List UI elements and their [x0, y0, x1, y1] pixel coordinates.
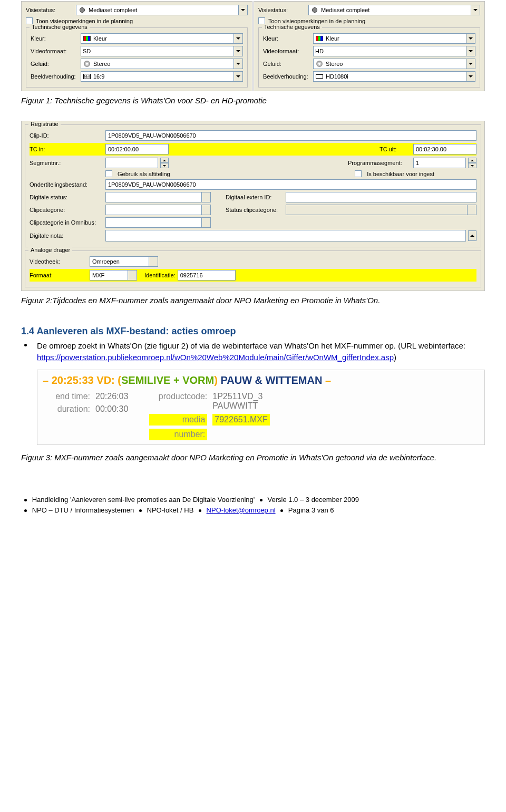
programmasegment-input[interactable]: 1: [413, 158, 466, 168]
clip-id-value: 1P0809VD5_PAU-WON00506670: [108, 132, 196, 139]
visiestatus-select[interactable]: Mediaset compleet: [308, 5, 480, 15]
programmasegment-label: Programmasegment:: [348, 160, 411, 166]
ratio-icon: 16:9: [83, 73, 91, 80]
beeldverhouding-select[interactable]: 16:9 16:9: [81, 71, 243, 82]
cd-icon: [83, 60, 91, 67]
footer-dot-icon: [280, 509, 283, 512]
productcode-label: productcode:: [149, 392, 207, 411]
dash-icon: –: [43, 374, 48, 386]
programmasegment-value: 1: [416, 160, 419, 166]
media-label-text: media: [182, 415, 206, 424]
footer-email-link[interactable]: NPO-loket@omroep.nl: [207, 506, 276, 514]
aftiteling-checkbox[interactable]: [105, 170, 112, 177]
status-clipcategorie-label: Status clipcategorie:: [226, 207, 284, 213]
videotheek-label: Videotheek:: [30, 258, 87, 265]
rect-icon: [315, 73, 324, 80]
ondertiteling-label: Ondertitelingsbestand:: [30, 181, 103, 188]
videoformaat-label: Videoformaat:: [31, 48, 81, 54]
planning-checkbox-label: Toon visieopmerkingen in de planning: [268, 18, 365, 24]
footer-dot-icon: [24, 509, 27, 512]
tc-uit-value: 00:02:30.00: [416, 146, 446, 152]
identificatie-input[interactable]: 0925716: [178, 270, 236, 281]
media-value: 7922651.MXF: [212, 414, 270, 426]
geluid-select[interactable]: Stereo: [313, 59, 475, 69]
footer-page: Pagina 3 van 6: [288, 506, 334, 514]
geluid-select[interactable]: Stereo: [81, 59, 243, 69]
clipcategorie-omnibus-select[interactable]: [105, 217, 211, 228]
planning-checkbox-label: Toon visieopmerkingen in de planning: [36, 18, 133, 24]
segmentnr-spinner[interactable]: [160, 158, 169, 168]
figure-3-caption: Figuur 3: MXF-nummer zoals aangemaakt do…: [21, 452, 485, 463]
digitale-nota-input[interactable]: [105, 230, 466, 241]
end-time-value: 20:26:03: [95, 392, 128, 401]
kleur-label: Kleur:: [31, 35, 81, 42]
kleur-value: Kleur: [326, 35, 339, 42]
visiestatus-select[interactable]: Mediaset compleet: [76, 5, 248, 15]
giffer-close: ): [214, 374, 218, 386]
kleur-select[interactable]: Kleur: [313, 33, 475, 44]
visiestatus-label: Visiestatus:: [26, 7, 76, 13]
beeldverhouding-value: 16:9: [93, 73, 104, 80]
footer-dept: NPO-loket / HB: [147, 506, 194, 514]
giffer-time: 20:25:33: [52, 374, 94, 386]
bullet-dot-icon: [24, 344, 27, 346]
scroll-up-icon[interactable]: [468, 230, 476, 241]
section-title: Aanleveren als MXF-bestand: acties omroe…: [36, 326, 236, 336]
segmentnr-label: Segmentnr.:: [30, 160, 103, 166]
videoformaat-value: HD: [315, 48, 324, 54]
geluid-value: Stereo: [93, 61, 110, 67]
giffer-pw: PAUW & WITTEMAN: [220, 374, 322, 386]
videoformaat-label: Videoformaat:: [263, 48, 313, 54]
registratie-panel: Registratie Clip-ID: 1P0809VD5_PAU-WON00…: [21, 121, 485, 291]
giffer-vd: VD:: [96, 374, 114, 386]
groupbox-title: Technische gegevens: [30, 24, 90, 30]
videoformaat-select[interactable]: SD: [81, 46, 243, 56]
footer-org: NPO – DTU / Informatiesystemen: [32, 506, 134, 514]
aftiteling-label: Gebruik als aftiteling: [118, 171, 170, 177]
beeldverhouding-label: Beeldverhouding:: [31, 73, 81, 80]
digitale-status-label: Digitale status:: [30, 194, 103, 200]
kleur-select[interactable]: Kleur: [81, 33, 243, 44]
page-footer: Handleiding 'Aanleveren semi-live promot…: [21, 495, 485, 516]
duration-value: 00:00:30: [95, 404, 128, 414]
geluid-label: Geluid:: [31, 61, 81, 67]
beeldverhouding-select[interactable]: HD1080i: [313, 71, 475, 82]
clipcategorie-label: Clipcategorie:: [30, 207, 103, 213]
ingest-checkbox[interactable]: [355, 170, 362, 177]
digitaal-extern-input[interactable]: [286, 192, 476, 202]
end-time-label: end time:: [43, 392, 90, 401]
identificatie-label: Identificatie:: [144, 272, 176, 278]
rgb-icon: [315, 35, 324, 42]
status-clipcategorie-select: [286, 205, 476, 215]
ondertiteling-input[interactable]: 1P0809VD5_PAU-WON00506670: [105, 179, 476, 190]
formaat-label: Formaat:: [30, 272, 87, 278]
tc-uit-input[interactable]: 00:02:30.00: [413, 144, 476, 154]
visiestatus-value: Mediaset compleet: [321, 7, 369, 13]
beeldverhouding-label: Beeldverhouding:: [263, 73, 313, 80]
segmentnr-input[interactable]: [105, 158, 158, 168]
registratie-group-title: Registratie: [28, 121, 61, 127]
formaat-select[interactable]: MXF: [90, 270, 137, 281]
clip-id-input[interactable]: 1P0809VD5_PAU-WON00506670: [105, 130, 476, 141]
tech-panel-hd: Visiestatus: Mediaset compleet Toon visi…: [254, 1, 485, 91]
tc-in-value: 00:02:00.00: [108, 146, 139, 152]
tc-in-input[interactable]: 00:02:00.00: [105, 144, 169, 154]
tech-panels-pair: Visiestatus: Mediaset compleet Toon visi…: [21, 1, 485, 91]
webinterface-link[interactable]: https://powerstation.publiekeomroep.nl/w…: [37, 353, 394, 362]
tc-in-label: TC in:: [30, 146, 103, 152]
digitale-status-select[interactable]: [105, 192, 211, 202]
status-dot-icon: [78, 6, 86, 14]
bullet-item: De omroep zoekt in Whats'On (zie figuur …: [37, 340, 485, 363]
videoformaat-select[interactable]: HD: [313, 46, 475, 56]
formaat-value: MXF: [92, 272, 104, 278]
giffer-semilive: SEMILIVE + VORM: [121, 374, 214, 386]
footer-doc-title: Handleiding 'Aanleveren semi-live promot…: [32, 496, 255, 504]
programmasegment-spinner[interactable]: [468, 158, 476, 168]
videotheek-select[interactable]: Omroepen: [90, 256, 158, 267]
bullet-text-1: De omroep zoekt in Whats'On (zie figuur …: [37, 341, 465, 350]
cd-icon: [315, 60, 324, 67]
section-heading: 1.4 Aanleveren als MXF-bestand: acties o…: [21, 325, 485, 337]
clipcategorie-select[interactable]: [105, 205, 211, 215]
productcode-value: 1P2511VD_3 PAUWWITT: [212, 392, 297, 411]
videotheek-value: Omroepen: [92, 258, 120, 265]
